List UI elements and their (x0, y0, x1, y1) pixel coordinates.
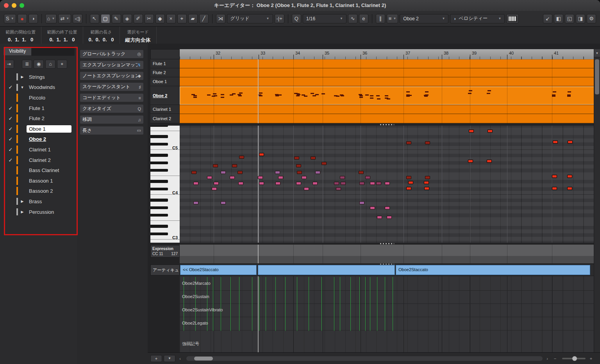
visibility-checkbox[interactable]: ✓ (5, 157, 16, 163)
lane-label[interactable]: Oboe 2 (150, 86, 180, 105)
articulation-event[interactable] (221, 277, 221, 331)
midi-note[interactable] (213, 164, 218, 167)
midi-note[interactable] (406, 176, 411, 179)
visibility-item-strings[interactable]: ▶Strings (0, 72, 77, 82)
piano-display-button[interactable] (506, 14, 519, 23)
maximize-button[interactable] (20, 3, 24, 8)
midi-note[interactable] (568, 140, 573, 144)
add-controller-lane-button[interactable]: + (150, 355, 162, 362)
lane-label[interactable]: Flute 2 (150, 68, 180, 77)
record-button[interactable]: ● (18, 14, 27, 23)
midi-note[interactable] (336, 187, 341, 190)
midi-note[interactable] (258, 176, 263, 179)
lane-label[interactable]: Clarinet 1 (150, 105, 180, 114)
quantize-preset-dropdown[interactable]: 1/16 ▼ (303, 14, 346, 23)
visibility-item-woodwinds[interactable]: ✓▼Woodwinds (0, 82, 77, 93)
inspector-quantize-button[interactable]: クオンタイズQ (80, 105, 143, 113)
track-name[interactable]: Clarinet 1 (27, 146, 71, 153)
horizontal-scrollbar[interactable] (186, 356, 543, 361)
midi-part[interactable] (180, 105, 594, 114)
white-key[interactable] (150, 165, 180, 169)
articulation-event[interactable] (365, 277, 366, 331)
controller-lane-setup-button[interactable]: ▼ (164, 355, 175, 362)
visibility-checkbox[interactable]: ✓ (5, 136, 16, 142)
track-name[interactable]: Brass (27, 198, 71, 205)
midi-note[interactable] (469, 130, 474, 133)
visibility-item-oboe-1[interactable]: ✓Oboe 1 (0, 124, 77, 134)
midi-note[interactable] (370, 182, 375, 185)
pin-button[interactable]: ⇥ (4, 60, 14, 69)
search-tracks-button[interactable]: ⌖ (57, 60, 67, 69)
midi-note[interactable] (406, 141, 411, 144)
midi-note[interactable] (334, 182, 339, 185)
midi-part[interactable] (180, 77, 594, 86)
midi-note[interactable] (321, 162, 327, 165)
black-key[interactable] (150, 161, 180, 165)
track-name[interactable]: Woodwinds (27, 83, 71, 91)
visibility-item-clarinet-2[interactable]: ✓Clarinet 2 (0, 155, 77, 165)
zoom-tool-button[interactable]: ⌖ (177, 14, 187, 23)
midi-note[interactable] (425, 141, 430, 144)
midi-note[interactable] (232, 164, 237, 167)
midi-note[interactable] (221, 201, 226, 204)
midi-note[interactable] (468, 160, 473, 163)
midi-note[interactable] (552, 175, 557, 178)
retrospective-record-button[interactable]: ◑ (29, 14, 38, 23)
show-hide-tracks-button[interactable]: ◉ (34, 60, 44, 69)
midi-note[interactable] (239, 156, 244, 159)
trim-tool-button[interactable]: ✐ (134, 14, 143, 23)
track-name[interactable]: Bass Clarinet (27, 167, 71, 174)
midi-note[interactable] (312, 182, 318, 185)
select-tool-button[interactable]: ↖ (90, 14, 99, 23)
midi-note[interactable] (377, 216, 382, 219)
articulation-event[interactable] (359, 277, 360, 331)
range-length-value[interactable]: 0. 0. 0. 0 (89, 37, 114, 43)
inspector-scale-assistant-button[interactable]: スケールアシスタント♯ (80, 83, 143, 91)
articulation-rows[interactable]: Oboe2MarcatoOboe2SustainOboe2SustainVibr… (180, 276, 594, 352)
midi-note[interactable] (275, 182, 280, 185)
articulation-event[interactable] (285, 277, 286, 331)
lane-label[interactable]: Flute 1 (150, 59, 180, 68)
articulation-lane-label[interactable]: アーティキュ (150, 265, 180, 275)
controller-lane-label[interactable]: Expression CC 11 127 (150, 245, 180, 257)
filter-list-button[interactable]: ≣ (22, 60, 32, 69)
folder-closed-icon[interactable]: ▶ (18, 199, 27, 203)
visibility-item-oboe-2[interactable]: ✓Oboe 2 (0, 134, 77, 145)
grid-type-dropdown[interactable]: グリッド ▼ (227, 14, 273, 23)
track-name[interactable]: Oboe 1 (27, 125, 71, 133)
white-key[interactable]: C5 (150, 146, 180, 150)
midi-note[interactable] (214, 182, 219, 185)
midi-note[interactable] (567, 175, 572, 178)
white-key[interactable] (150, 176, 180, 180)
close-button[interactable] (4, 3, 9, 8)
erase-tool-button[interactable]: ◈ (123, 14, 132, 23)
midi-part[interactable] (180, 114, 594, 123)
visibility-item-piccolo[interactable]: Piccolo (0, 92, 77, 103)
midi-note[interactable] (238, 182, 243, 185)
midi-note[interactable] (230, 176, 235, 179)
midi-note[interactable] (376, 182, 381, 185)
midi-note[interactable] (212, 187, 217, 190)
midi-note[interactable] (191, 171, 196, 174)
midi-note[interactable] (488, 130, 493, 133)
draw-tool-button[interactable]: ✎ (112, 14, 121, 23)
track-name[interactable]: Bassoon 1 (27, 177, 71, 185)
midi-part[interactable] (180, 59, 594, 68)
midi-note[interactable] (259, 182, 264, 185)
visibility-item-clarinet-1[interactable]: ✓Clarinet 1 (0, 144, 77, 155)
resize-handle-icon[interactable] (380, 124, 394, 125)
visibility-checkbox[interactable]: ✓ (5, 105, 16, 111)
midi-note[interactable] (315, 171, 320, 174)
black-key[interactable] (150, 135, 180, 138)
white-key[interactable] (150, 157, 180, 161)
part-borders-button[interactable]: ∥ (376, 14, 385, 23)
visibility-item-brass[interactable]: ▶Brass (0, 196, 77, 207)
quantize-button[interactable]: Q (292, 14, 301, 23)
white-key[interactable] (150, 210, 180, 213)
event-colors-dropdown[interactable]: ◗ ベロシティー ▼ (450, 14, 505, 23)
split-tool-button[interactable]: ✂ (145, 14, 154, 23)
midi-note[interactable] (296, 164, 301, 167)
visibility-item-bassoon-1[interactable]: Bassoon 1 (0, 176, 77, 186)
black-key[interactable] (150, 179, 180, 183)
articulation-event[interactable] (321, 277, 322, 331)
